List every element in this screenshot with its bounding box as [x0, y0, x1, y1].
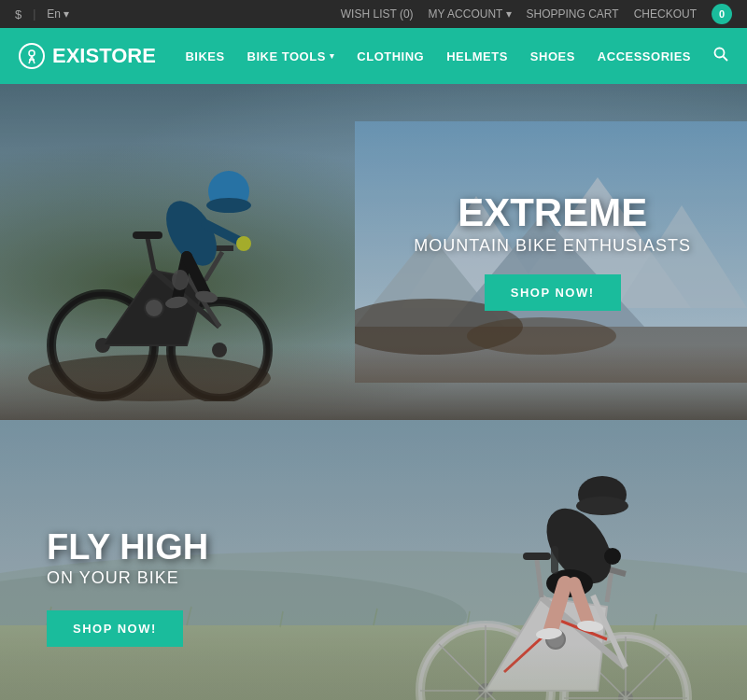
logo-icon [19, 43, 45, 69]
svg-point-32 [206, 198, 251, 213]
shopping-cart-link[interactable]: SHOPPING CART [527, 7, 619, 21]
svg-point-34 [236, 236, 251, 251]
nav-clothing[interactable]: CLOTHING [357, 49, 424, 63]
utility-right: WISH LIST (0) MY ACCOUNT ▾ SHOPPING CART… [341, 4, 732, 24]
hero-2-shop-button[interactable]: SHOP NOW! [47, 610, 183, 647]
nav-links: BIKES BIKE TOOLS ▾ CLOTHING HELMETS SHOE… [185, 47, 728, 65]
language-selector[interactable]: En ▾ [47, 7, 69, 21]
checkout-link[interactable]: CHECKOUT [634, 7, 697, 21]
currency-symbol[interactable]: $ [15, 7, 21, 21]
svg-point-4 [715, 49, 725, 58]
svg-point-79 [576, 497, 628, 515]
main-navigation: EXISTORE BIKES BIKE TOOLS ▾ CLOTHING HEL… [0, 28, 747, 84]
logo-light: STORE [85, 44, 155, 67]
divider: | [33, 7, 35, 21]
cart-badge[interactable]: 0 [712, 4, 732, 24]
svg-point-0 [29, 50, 35, 56]
hero-section-1: EXTREME MOUNTAIN BIKE ENTHUSIASTS SHOP N… [0, 84, 747, 420]
hero-2-content: FLY HIGH ON YOUR BIKE SHOP NOW! [47, 529, 208, 647]
hero-2-title: FLY HIGH [47, 529, 208, 565]
hero-1-subtitle: MOUNTAIN BIKE ENTHUSIASTS [414, 236, 691, 256]
hero-section-2: FLY HIGH ON YOUR BIKE SHOP NOW! [0, 420, 747, 700]
nav-bike-tools[interactable]: BIKE TOOLS ▾ [247, 49, 335, 63]
utility-left: $ | En ▾ [15, 7, 69, 21]
nav-bikes[interactable]: BIKES [185, 49, 224, 63]
utility-bar: $ | En ▾ WISH LIST (0) MY ACCOUNT ▾ SHOP… [0, 0, 747, 28]
svg-line-25 [148, 238, 154, 271]
rocks-foreground [0, 345, 747, 420]
nav-helmets[interactable]: HELMETS [446, 49, 508, 63]
hero-1-shop-button[interactable]: SHOP NOW! [485, 274, 621, 311]
hero-1-title: EXTREME [414, 193, 691, 232]
svg-line-72 [537, 560, 542, 597]
account-link[interactable]: MY ACCOUNT ▾ [429, 7, 512, 21]
lang-arrow-icon: ▾ [63, 7, 69, 21]
hero-1-content: EXTREME MOUNTAIN BIKE ENTHUSIASTS SHOP N… [414, 193, 691, 311]
cart-count: 0 [719, 8, 725, 20]
bike-tools-arrow-icon: ▾ [330, 51, 335, 61]
cyclist-2-illustration [355, 420, 710, 700]
logo-text: EXISTORE [52, 44, 156, 68]
logo[interactable]: EXISTORE [19, 43, 156, 69]
svg-rect-26 [133, 231, 162, 239]
search-icon[interactable] [713, 47, 728, 65]
logo-bold: EXI [52, 44, 85, 67]
nav-accessories[interactable]: ACCESSORIES [598, 49, 691, 63]
account-arrow-icon: ▾ [506, 7, 512, 21]
svg-point-29 [145, 299, 163, 317]
nav-shoes[interactable]: SHOES [530, 49, 575, 63]
language-label: En [47, 7, 61, 21]
svg-rect-87 [551, 546, 558, 574]
hero-2-subtitle: ON YOUR BIKE [47, 568, 208, 588]
account-label: MY ACCOUNT [429, 7, 503, 21]
svg-rect-73 [523, 553, 551, 560]
wishlist-link[interactable]: WISH LIST (0) [341, 7, 414, 21]
svg-point-39 [172, 270, 189, 290]
svg-point-81 [604, 548, 621, 565]
svg-line-5 [724, 57, 728, 62]
